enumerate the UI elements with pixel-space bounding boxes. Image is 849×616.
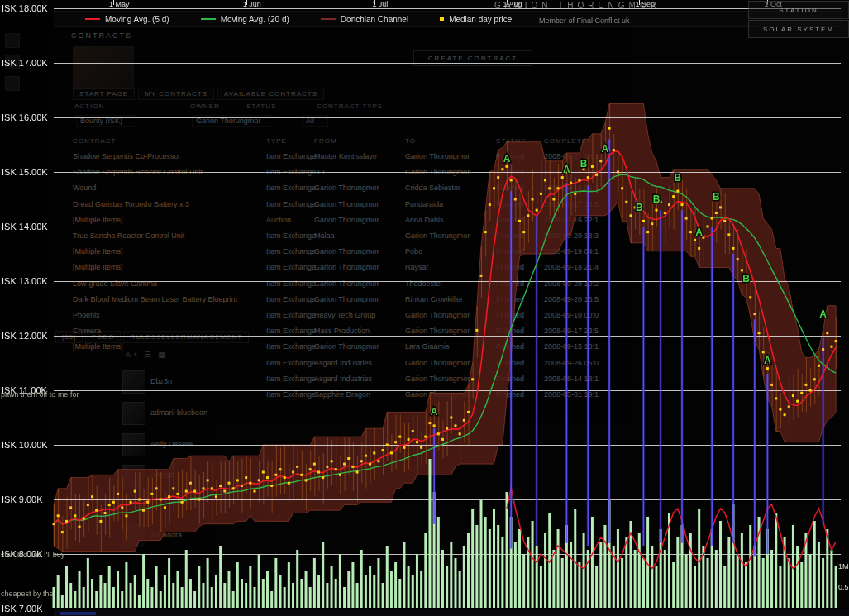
price-axis-label: ISK 16.00K — [2, 112, 48, 122]
character-name: GARION THORUNGMOR — [494, 1, 661, 10]
price-axis-label: ISK 11.00K — [2, 385, 47, 395]
legend-item[interactable]: Median day price — [440, 15, 512, 24]
legend-item[interactable]: Donchian Channel — [321, 15, 408, 24]
line-swatch-icon — [321, 18, 336, 20]
solar-system-label: SOLAR SYSTEM — [763, 26, 834, 33]
line-swatch-icon — [85, 18, 100, 20]
volume-axis-label: 1M — [838, 562, 849, 571]
volume-axis-label: 0.5 — [838, 583, 849, 591]
station-label: STATION — [779, 7, 818, 14]
taskbar-highlight — [60, 612, 96, 615]
chart-legend: Moving Avg. (5 d)Moving Avg. (20 d)Donch… — [54, 11, 842, 27]
bottom-taskbar — [54, 610, 849, 616]
price-axis-label: ISK 8.00K — [2, 549, 43, 559]
legend-item[interactable]: Moving Avg. (5 d) — [85, 15, 169, 24]
legend-item[interactable]: Moving Avg. (20 d) — [201, 15, 289, 24]
legend-label: Moving Avg. (20 d) — [221, 15, 289, 24]
chart-overlay-layer: Moving Avg. (5 d)Moving Avg. (20 d)Donch… — [0, 0, 849, 616]
price-axis-label: ISK 9.00K — [2, 494, 43, 504]
price-axis-label: ISK 12.00K — [2, 331, 48, 341]
price-axis-label: ISK 13.00K — [2, 276, 48, 286]
solar-system-button[interactable]: SOLAR SYSTEM — [748, 20, 849, 38]
month-label: 1 Jul — [363, 0, 398, 8]
price-axis-label: ISK 17.00K — [2, 58, 48, 68]
station-button[interactable]: STATION — [748, 1, 849, 19]
price-axis-label: ISK 18.00K — [2, 3, 48, 13]
median-price-swatch-icon — [440, 17, 444, 21]
price-axis-label: ISK 10.00K — [2, 440, 48, 450]
month-label: 1 May — [102, 0, 136, 8]
legend-label: Median day price — [449, 15, 512, 24]
line-swatch-icon — [201, 18, 216, 20]
corp-membership-label: Member of Final Conflict uk — [539, 17, 630, 25]
month-label: 1 Jun — [235, 0, 269, 8]
legend-label: Donchian Channel — [341, 15, 408, 24]
price-axis-label: ISK 15.00K — [2, 167, 48, 177]
price-axis-label: ISK 14.00K — [2, 222, 48, 232]
chat-message: cheapest by the — [1, 590, 54, 598]
chat-messages: pawn them off to me forstart bid and I'l… — [0, 0, 849, 616]
price-axis-label: ISK 7.00K — [2, 604, 43, 614]
legend-label: Moving Avg. (5 d) — [105, 15, 169, 24]
